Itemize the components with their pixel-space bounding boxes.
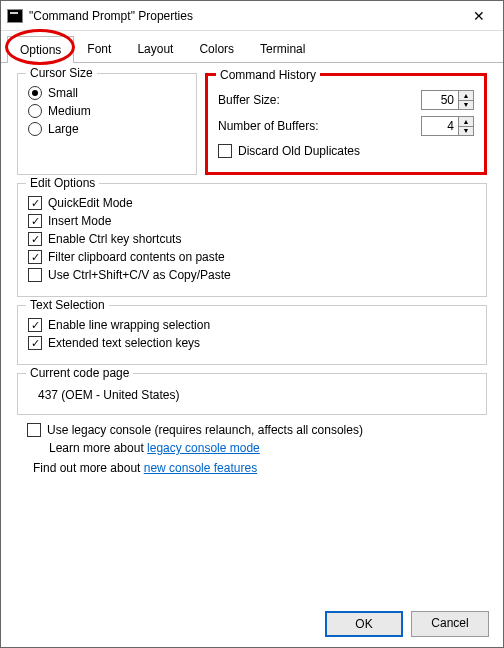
ctrlshift-label: Use Ctrl+Shift+C/V as Copy/Paste (48, 268, 231, 282)
cursor-size-legend: Cursor Size (26, 66, 97, 80)
titlebar: "Command Prompt" Properties ✕ (1, 1, 503, 31)
insert-checkbox[interactable]: ✓ (28, 214, 42, 228)
legacy-label: Use legacy console (requires relaunch, a… (47, 423, 363, 437)
tab-colors[interactable]: Colors (186, 35, 247, 62)
discard-duplicates-checkbox[interactable] (218, 144, 232, 158)
legacy-learn-prefix: Learn more about (49, 441, 147, 455)
window-title: "Command Prompt" Properties (29, 9, 461, 23)
findout-link[interactable]: new console features (144, 461, 257, 475)
extended-label: Extended text selection keys (48, 336, 200, 350)
codepage-legend: Current code page (26, 366, 133, 380)
cancel-button[interactable]: Cancel (411, 611, 489, 637)
legacy-block: Use legacy console (requires relaunch, a… (27, 423, 487, 455)
buffer-size-input[interactable] (422, 91, 458, 109)
quickedit-label: QuickEdit Mode (48, 196, 133, 210)
radio-small[interactable] (28, 86, 42, 100)
edit-options-group: Edit Options ✓QuickEdit Mode ✓Insert Mod… (17, 183, 487, 297)
findout-line: Find out more about new console features (33, 461, 487, 475)
tab-content: Cursor Size Small Medium Large Command H… (1, 63, 503, 481)
close-button[interactable]: ✕ (461, 2, 497, 30)
tab-options[interactable]: Options (7, 36, 74, 63)
linewrap-checkbox[interactable]: ✓ (28, 318, 42, 332)
edit-options-legend: Edit Options (26, 176, 99, 190)
radio-small-label: Small (48, 86, 78, 100)
cursor-size-group: Cursor Size Small Medium Large (17, 73, 197, 175)
tab-font[interactable]: Font (74, 35, 124, 62)
dialog-buttons: OK Cancel (325, 611, 489, 637)
ok-button[interactable]: OK (325, 611, 403, 637)
ctrl-checkbox[interactable]: ✓ (28, 232, 42, 246)
buffer-size-spinner[interactable]: ▲ ▼ (421, 90, 474, 110)
tab-bar: Options Font Layout Colors Terminal (1, 35, 503, 63)
tab-terminal[interactable]: Terminal (247, 35, 318, 62)
codepage-value: 437 (OEM - United States) (38, 388, 476, 402)
buffer-size-down[interactable]: ▼ (459, 101, 473, 110)
codepage-group: Current code page 437 (OEM - United Stat… (17, 373, 487, 415)
buffer-size-label: Buffer Size: (218, 93, 280, 107)
command-history-group: Command History Buffer Size: ▲ ▼ Number … (205, 73, 487, 175)
quickedit-checkbox[interactable]: ✓ (28, 196, 42, 210)
num-buffers-up[interactable]: ▲ (459, 117, 473, 127)
num-buffers-down[interactable]: ▼ (459, 127, 473, 136)
command-history-legend: Command History (216, 68, 320, 82)
num-buffers-label: Number of Buffers: (218, 119, 319, 133)
tab-layout[interactable]: Layout (124, 35, 186, 62)
findout-prefix: Find out more about (33, 461, 144, 475)
radio-medium[interactable] (28, 104, 42, 118)
radio-large-label: Large (48, 122, 79, 136)
radio-large[interactable] (28, 122, 42, 136)
num-buffers-spinner[interactable]: ▲ ▼ (421, 116, 474, 136)
filter-label: Filter clipboard contents on paste (48, 250, 225, 264)
filter-checkbox[interactable]: ✓ (28, 250, 42, 264)
linewrap-label: Enable line wrapping selection (48, 318, 210, 332)
legacy-learn-link[interactable]: legacy console mode (147, 441, 260, 455)
ctrlshift-checkbox[interactable] (28, 268, 42, 282)
buffer-size-up[interactable]: ▲ (459, 91, 473, 101)
text-selection-legend: Text Selection (26, 298, 109, 312)
discard-duplicates-label: Discard Old Duplicates (238, 144, 360, 158)
insert-label: Insert Mode (48, 214, 111, 228)
cmd-icon (7, 9, 23, 23)
num-buffers-input[interactable] (422, 117, 458, 135)
ctrl-label: Enable Ctrl key shortcuts (48, 232, 181, 246)
window: "Command Prompt" Properties ✕ Options Fo… (0, 0, 504, 648)
radio-medium-label: Medium (48, 104, 91, 118)
extended-checkbox[interactable]: ✓ (28, 336, 42, 350)
text-selection-group: Text Selection ✓Enable line wrapping sel… (17, 305, 487, 365)
legacy-checkbox[interactable] (27, 423, 41, 437)
